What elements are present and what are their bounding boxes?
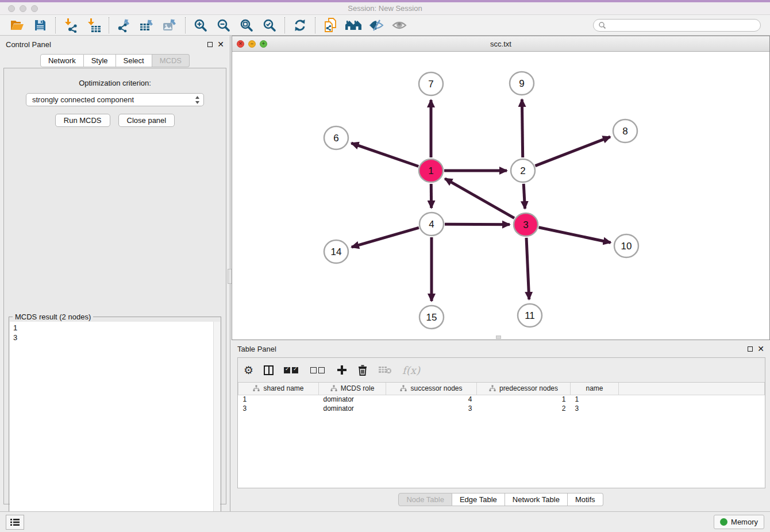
network-minimize-button[interactable]: − — [248, 40, 256, 48]
graph-node-14[interactable]: 14 — [324, 240, 348, 263]
select-all-rows-button[interactable] — [284, 367, 300, 373]
table-row[interactable]: 3dominator323 — [238, 404, 765, 413]
zoom-fit-button[interactable] — [235, 16, 258, 34]
column-header-successor-nodes[interactable]: successor nodes — [386, 383, 477, 395]
zoom-selected-button[interactable] — [258, 16, 281, 34]
float-panel-icon[interactable] — [207, 42, 213, 47]
tab-select[interactable]: Select — [116, 54, 152, 67]
tab-edge-table[interactable]: Edge Table — [452, 493, 505, 506]
table-row[interactable]: 1dominator411 — [238, 395, 765, 404]
graph-node-11[interactable]: 11 — [518, 304, 542, 327]
graph-node-1[interactable]: 1 — [419, 159, 443, 182]
zoom-in-button[interactable] — [189, 16, 212, 34]
save-session-button[interactable] — [29, 16, 52, 34]
network-close-button[interactable]: ✕ — [237, 40, 244, 48]
graph-node-15[interactable]: 15 — [419, 306, 444, 329]
node-table[interactable]: shared name MCDS role successor nodes pr… — [238, 383, 765, 413]
table-cell[interactable]: 1 — [238, 395, 319, 404]
graph-edge-2-9[interactable] — [522, 99, 522, 157]
tab-style[interactable]: Style — [84, 54, 116, 67]
maximize-window-button[interactable] — [31, 5, 38, 12]
graph-edge-3-1[interactable] — [445, 179, 514, 218]
deselect-all-rows-button[interactable] — [310, 367, 326, 373]
tab-motifs[interactable]: Motifs — [568, 493, 603, 506]
graph-edge-1-6[interactable] — [351, 143, 418, 166]
table-settings-button[interactable]: ⚙ — [244, 364, 253, 376]
graph-edge-3-10[interactable] — [539, 228, 611, 242]
window-traffic-lights-inactive[interactable] — [8, 5, 38, 12]
graph-node-3[interactable]: 3 — [514, 213, 538, 236]
add-column-button[interactable] — [337, 365, 347, 375]
table-cell[interactable]: 1 — [477, 395, 571, 404]
table-cell[interactable]: 3 — [386, 404, 477, 413]
tab-network[interactable]: Network — [40, 54, 84, 67]
result-scrollbar[interactable] — [213, 322, 220, 531]
graph-edge-3-11[interactable] — [526, 238, 529, 299]
control-panel-header: Control Panel ✕ — [0, 36, 230, 53]
show-columns-button[interactable] — [264, 365, 274, 375]
export-network-button[interactable] — [113, 16, 136, 34]
import-table-button[interactable] — [82, 16, 105, 34]
minimize-window-button[interactable] — [20, 5, 26, 12]
graph-node-8[interactable]: 8 — [613, 119, 637, 142]
open-file-button[interactable] — [6, 16, 29, 34]
graph-edge-2-3[interactable] — [523, 184, 525, 209]
column-header-predecessor-nodes[interactable]: predecessor nodes — [477, 383, 571, 395]
network-window-titlebar[interactable]: ✕ − + scc.txt — [232, 36, 769, 52]
show-all-button[interactable] — [388, 16, 411, 34]
search-box[interactable] — [593, 19, 761, 32]
table-header-row[interactable]: shared name MCDS role successor nodes pr… — [238, 383, 765, 395]
graph-edge-4-3[interactable] — [445, 224, 510, 225]
export-table-button[interactable] — [136, 16, 159, 34]
canvas-scroll-handle[interactable] — [496, 336, 501, 339]
import-network-button[interactable] — [59, 16, 82, 34]
zoom-out-button[interactable] — [212, 16, 235, 34]
refresh-button[interactable] — [288, 16, 311, 34]
table-cell[interactable]: 3 — [571, 404, 619, 413]
graph-edge-4-14[interactable] — [352, 228, 419, 247]
search-input[interactable] — [606, 21, 756, 29]
status-bar: Memory — [0, 511, 770, 532]
graph-node-7[interactable]: 7 — [419, 72, 443, 95]
column-header-name[interactable]: name — [571, 383, 619, 395]
run-mcds-button[interactable]: Run MCDS — [55, 114, 110, 127]
table-cell[interactable]: dominator — [319, 395, 386, 404]
first-neighbors-button[interactable] — [342, 16, 365, 34]
graph-edge-2-8[interactable] — [535, 137, 610, 166]
tab-mcds[interactable]: MCDS — [152, 54, 190, 67]
network-maximize-button[interactable]: + — [260, 40, 267, 48]
close-panel-icon[interactable]: ✕ — [217, 40, 224, 48]
trash-icon — [357, 364, 368, 376]
network-canvas[interactable]: 1234678910111415 — [232, 52, 769, 340]
column-header-mcds-role[interactable]: MCDS role — [319, 383, 386, 395]
graph-node-6[interactable]: 6 — [324, 126, 348, 149]
graph-node-4[interactable]: 4 — [419, 213, 444, 236]
close-table-panel-icon[interactable]: ✕ — [757, 345, 764, 353]
hide-selected-button[interactable] — [365, 16, 388, 34]
graph-node-2[interactable]: 2 — [511, 159, 535, 182]
float-table-panel-icon[interactable] — [748, 346, 753, 352]
table-cell[interactable]: 1 — [571, 395, 619, 404]
network-view-window: ✕ − + scc.txt 1234678910111415 — [232, 36, 770, 340]
show-panels-button[interactable] — [6, 515, 24, 530]
clone-network-button[interactable] — [319, 16, 342, 34]
close-panel-button[interactable]: Close panel — [118, 114, 175, 127]
delete-column-button[interactable] — [357, 364, 368, 376]
table-cell[interactable]: 2 — [477, 404, 571, 413]
table-cell[interactable]: dominator — [319, 404, 386, 413]
export-image-button[interactable] — [159, 16, 182, 34]
attribute-icon — [330, 385, 337, 392]
memory-button[interactable]: Memory — [714, 515, 764, 529]
tab-network-table[interactable]: Network Table — [505, 493, 568, 506]
tab-node-table[interactable]: Node Table — [398, 493, 452, 506]
svg-text:1: 1 — [428, 165, 433, 176]
network-graph-svg[interactable]: 1234678910111415 — [232, 52, 769, 340]
table-cell[interactable]: 3 — [238, 404, 319, 413]
criterion-select[interactable]: strongly connected component — [26, 93, 204, 106]
graph-node-9[interactable]: 9 — [510, 72, 534, 95]
table-cell[interactable]: 4 — [386, 395, 477, 404]
column-header-shared-name[interactable]: shared name — [238, 383, 319, 395]
mcds-result-list[interactable]: 13 — [10, 322, 220, 531]
graph-node-10[interactable]: 10 — [614, 234, 638, 257]
close-window-button[interactable] — [8, 5, 15, 12]
